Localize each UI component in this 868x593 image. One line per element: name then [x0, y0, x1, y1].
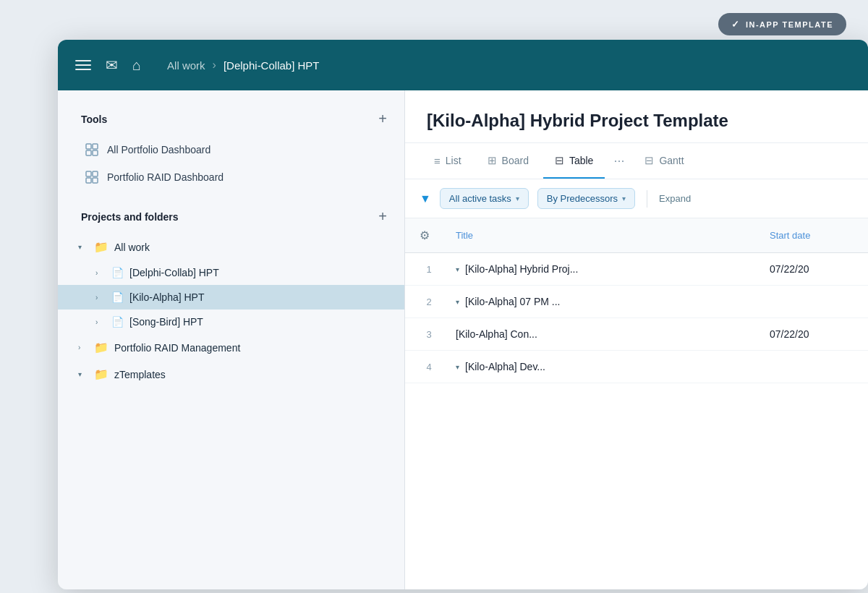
svg-rect-5 — [93, 171, 98, 176]
list-icon: ≡ — [434, 155, 441, 167]
sidebar-item-portfolio-raid-dashboard[interactable]: Portfolio RAID Dashboard — [58, 163, 404, 191]
expand-button[interactable]: Expand — [659, 193, 691, 204]
chevron-right-icon: › — [95, 318, 106, 326]
tab-gantt[interactable]: ⊟ Gantt — [633, 144, 695, 179]
svg-rect-0 — [86, 144, 91, 149]
row-chevron-icon: ▾ — [456, 298, 459, 306]
tools-add-button[interactable]: + — [378, 111, 387, 127]
table-row[interactable]: 4 ▾ [Kilo-Alpha] Dev... — [405, 351, 868, 383]
tab-table-label: Table — [569, 155, 593, 166]
sidebar-item-all-portfolio-dashboard[interactable]: All Portfolio Dashboard — [58, 136, 404, 163]
tree-item-all-work[interactable]: ▾ 📁 All work — [58, 234, 404, 260]
filter-bar: ▼ All active tasks ▾ By Predecessors ▾ E… — [405, 179, 868, 218]
folder-icon: 📁 — [94, 341, 109, 354]
row-title-text: [Kilo-Alpha] Dev... — [465, 361, 545, 372]
tree-item-ztemplates[interactable]: ▾ 📁 zTemplates — [58, 361, 404, 388]
row-date — [761, 351, 862, 383]
tree-item-song-bird[interactable]: › 📄 [Song-Bird] HPT — [58, 310, 404, 334]
row-title-text: [Kilo-Alpha] Con... — [456, 328, 537, 340]
tab-more-button[interactable]: ··· — [608, 143, 630, 179]
row-title: ▾ [Kilo-Alpha] Hybrid Proj... — [447, 253, 761, 285]
row-number: 1 — [411, 253, 447, 285]
row-chevron-icon: ▾ — [456, 265, 459, 273]
row-number: 3 — [411, 318, 447, 350]
projects-add-button[interactable]: + — [378, 208, 387, 225]
row-title: ▾ [Kilo-Alpha] Dev... — [447, 351, 761, 383]
projects-section: Projects and folders + ▾ 📁 All work › 📄 … — [58, 202, 404, 388]
table-header: ⚙ Title Start date — [405, 218, 868, 253]
breadcrumb-current[interactable]: [Delphi-Collab] HPT — [224, 59, 320, 72]
song-bird-label: [Song-Bird] HPT — [129, 316, 203, 328]
chevron-down-icon: ▾ — [78, 243, 88, 251]
kilo-alpha-label: [Kilo-Alpha] HPT — [129, 291, 204, 303]
tree-item-portfolio-raid-mgmt[interactable]: › 📁 Portfolio RAID Management — [58, 334, 404, 361]
raid-dashboard-icon — [85, 171, 98, 184]
svg-rect-2 — [86, 150, 91, 155]
row-title: [Kilo-Alpha] Con... — [447, 318, 761, 350]
view-tabs: ≡ List ⊞ Board ⊟ Table ··· ⊟ Gantt — [405, 143, 868, 179]
projects-section-header: Projects and folders + — [58, 202, 404, 231]
row-chevron-icon: ▾ — [456, 363, 459, 371]
doc-icon: 📄 — [111, 267, 124, 278]
tools-title: Tools — [81, 114, 107, 125]
table-icon: ⊟ — [555, 154, 564, 167]
portfolio-raid-mgmt-label: Portfolio RAID Management — [114, 342, 240, 354]
breadcrumb-separator: › — [213, 59, 216, 72]
table-row[interactable]: 3 [Kilo-Alpha] Con... 07/22/20 — [405, 318, 868, 351]
row-title-text: [Kilo-Alpha] 07 PM ... — [465, 296, 561, 307]
panel-title: [Kilo-Alpha] Hybrid Project Template — [427, 111, 846, 131]
row-date: 07/22/20 — [761, 253, 862, 285]
tab-table[interactable]: ⊟ Table — [543, 144, 605, 179]
main-content: Tools + All Portfolio Dashboard — [58, 90, 868, 589]
breadcrumb: All work › [Delphi-Collab] HPT — [167, 59, 319, 72]
chevron-right-icon: › — [95, 269, 106, 277]
svg-rect-3 — [93, 150, 98, 155]
tab-list[interactable]: ≡ List — [422, 145, 473, 179]
tab-board[interactable]: ⊞ Board — [476, 144, 540, 179]
dashboard-icon — [85, 143, 98, 156]
filter-icon: ▼ — [420, 192, 431, 205]
by-predecessors-filter-button[interactable]: By Predecessors ▾ — [537, 188, 635, 209]
home-icon[interactable]: ⌂ — [132, 57, 141, 74]
filter-separator — [647, 190, 647, 208]
right-panel: [Kilo-Alpha] Hybrid Project Template ≡ L… — [405, 90, 868, 589]
dropdown-arrow-icon: ▾ — [516, 195, 519, 202]
svg-rect-6 — [86, 178, 91, 183]
chevron-right-icon: › — [78, 344, 88, 351]
row-title-text: [Kilo-Alpha] Hybrid Proj... — [465, 263, 578, 275]
row-date: 07/22/20 — [761, 318, 862, 350]
hamburger-menu-button[interactable] — [75, 60, 91, 70]
breadcrumb-home[interactable]: All work — [167, 59, 205, 72]
delphi-collab-label: [Delphi-Collab] HPT — [129, 267, 219, 278]
row-number: 2 — [411, 286, 447, 317]
row-title: ▾ [Kilo-Alpha] 07 PM ... — [447, 286, 761, 317]
dropdown-arrow-icon: ▾ — [622, 195, 626, 202]
in-app-template-badge: ✓ IN-APP TEMPLATE — [718, 13, 846, 35]
settings-icon[interactable]: ⚙ — [420, 229, 430, 242]
date-column-header: Start date — [761, 218, 862, 252]
all-work-label: All work — [114, 242, 150, 253]
all-portfolio-dashboard-label: All Portfolio Dashboard — [107, 144, 210, 155]
table-row[interactable]: 2 ▾ [Kilo-Alpha] 07 PM ... — [405, 286, 868, 318]
tab-gantt-label: Gantt — [659, 155, 684, 166]
settings-column-header: ⚙ — [411, 218, 447, 252]
top-nav: ✉ ⌂ All work › [Delphi-Collab] HPT — [58, 40, 868, 90]
badge-label: IN-APP TEMPLATE — [746, 20, 833, 29]
svg-rect-1 — [93, 144, 98, 149]
title-header-label: Title — [456, 230, 473, 241]
active-tasks-filter-button[interactable]: All active tasks ▾ — [440, 188, 529, 209]
projects-title: Projects and folders — [81, 211, 179, 223]
tree-item-kilo-alpha[interactable]: › 📄 [Kilo-Alpha] HPT — [58, 285, 404, 310]
folder-icon: 📁 — [94, 240, 109, 254]
doc-icon: 📄 — [111, 316, 124, 328]
ztemplates-label: zTemplates — [114, 369, 166, 380]
tree-item-delphi-collab[interactable]: › 📄 [Delphi-Collab] HPT — [58, 260, 404, 285]
by-predecessors-label: By Predecessors — [547, 193, 618, 204]
tools-section-header: Tools + — [58, 105, 404, 133]
title-column-header: Title — [447, 218, 761, 252]
table-row[interactable]: 1 ▾ [Kilo-Alpha] Hybrid Proj... 07/22/20 — [405, 253, 868, 286]
check-icon: ✓ — [731, 19, 741, 30]
board-icon: ⊞ — [488, 154, 497, 167]
chevron-down-icon: ▾ — [78, 370, 88, 378]
mail-icon[interactable]: ✉ — [106, 56, 118, 74]
